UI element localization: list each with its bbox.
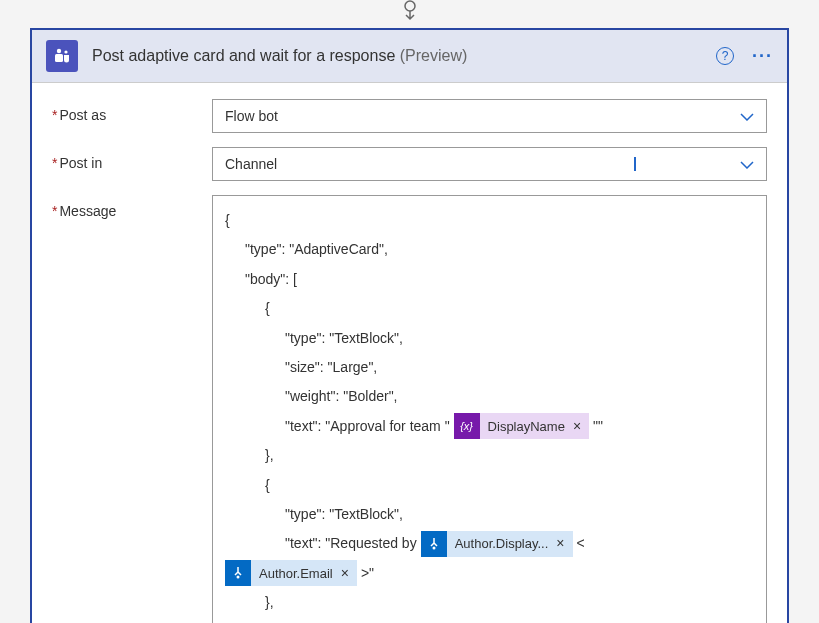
svg-point-0 bbox=[405, 1, 415, 11]
message-row: *Message { "type": "AdaptiveCard", "body… bbox=[52, 195, 767, 623]
msg-line: "type": "TextBlock", bbox=[225, 324, 754, 353]
card-body: *Post as Flow bot *Post in Channel bbox=[32, 83, 787, 623]
svg-rect-3 bbox=[55, 54, 63, 62]
message-input[interactable]: { "type": "AdaptiveCard", "body": [ { "t… bbox=[212, 195, 767, 623]
msg-line: "type": "TextBlock", bbox=[225, 500, 754, 529]
dynamic-content-icon bbox=[421, 531, 447, 557]
help-icon[interactable]: ? bbox=[716, 47, 734, 65]
token-author-email[interactable]: Author.Email × bbox=[225, 560, 357, 586]
card-header: Post adaptive card and wait for a respon… bbox=[32, 30, 787, 83]
post-as-value: Flow bot bbox=[225, 108, 278, 124]
chevron-down-icon bbox=[740, 108, 754, 124]
post-in-value: Channel bbox=[225, 156, 277, 172]
msg-line: "weight": "Bolder", bbox=[225, 382, 754, 411]
token-label: Author.Email bbox=[259, 560, 333, 587]
token-label: Author.Display... bbox=[455, 530, 549, 557]
token-displayname[interactable]: {x} DisplayName × bbox=[454, 413, 590, 439]
dynamic-content-icon bbox=[225, 560, 251, 586]
remove-token-icon[interactable]: × bbox=[573, 412, 581, 441]
post-in-label: *Post in bbox=[52, 147, 212, 171]
svg-point-4 bbox=[432, 546, 435, 549]
title-tag: (Preview) bbox=[400, 47, 468, 64]
msg-line: }, bbox=[225, 441, 754, 470]
svg-point-1 bbox=[57, 49, 61, 53]
more-menu-icon[interactable]: ··· bbox=[752, 46, 773, 67]
title-text: Post adaptive card and wait for a respon… bbox=[92, 47, 395, 64]
action-card: Post adaptive card and wait for a respon… bbox=[30, 28, 789, 623]
msg-line: "size": "Large", bbox=[225, 353, 754, 382]
msg-line: Author.Email × >" bbox=[225, 559, 754, 588]
msg-line: { bbox=[225, 294, 754, 323]
token-author-display[interactable]: Author.Display... × bbox=[421, 531, 573, 557]
msg-text: >" bbox=[361, 559, 374, 588]
msg-line: "type": "AdaptiveCard", bbox=[225, 235, 754, 264]
msg-line: }, bbox=[225, 588, 754, 617]
post-as-row: *Post as Flow bot bbox=[52, 99, 767, 133]
msg-line: "body": [ bbox=[225, 265, 754, 294]
post-in-row: *Post in Channel bbox=[52, 147, 767, 181]
text-cursor bbox=[634, 157, 636, 171]
msg-text: < bbox=[577, 529, 585, 558]
token-label: DisplayName bbox=[488, 413, 565, 440]
flow-arrow bbox=[0, 0, 819, 22]
card-title: Post adaptive card and wait for a respon… bbox=[92, 47, 716, 65]
message-label: *Message bbox=[52, 195, 212, 219]
post-as-label: *Post as bbox=[52, 99, 212, 123]
post-in-select[interactable]: Channel bbox=[212, 147, 767, 181]
svg-point-5 bbox=[237, 576, 240, 579]
msg-line: "text": "Requested by Author.Display... … bbox=[225, 529, 754, 558]
remove-token-icon[interactable]: × bbox=[341, 559, 349, 588]
msg-text: "text": "Approval for team " bbox=[285, 412, 450, 441]
msg-line: "text": "Approval for team " {x} Display… bbox=[225, 412, 754, 441]
svg-point-2 bbox=[64, 50, 67, 53]
expression-icon: {x} bbox=[454, 413, 480, 439]
chevron-down-icon bbox=[740, 156, 754, 172]
msg-line: { bbox=[225, 206, 754, 235]
teams-icon bbox=[46, 40, 78, 72]
msg-text: "text": "Requested by bbox=[285, 529, 417, 558]
msg-line: { bbox=[225, 471, 754, 500]
remove-token-icon[interactable]: × bbox=[556, 529, 564, 558]
msg-text: "" bbox=[593, 412, 603, 441]
post-as-select[interactable]: Flow bot bbox=[212, 99, 767, 133]
